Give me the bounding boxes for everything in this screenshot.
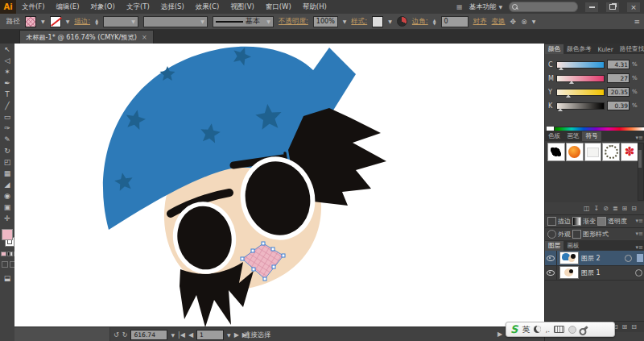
fill-dropdown-icon[interactable]: ▼	[41, 19, 45, 24]
tab-pathfinder[interactable]: 路径查找器	[617, 44, 644, 54]
graphic-styles-panel-tab[interactable]: 图形样式	[583, 230, 609, 239]
scale-tool[interactable]: ◰	[0, 156, 14, 168]
layer1-target-icon[interactable]	[635, 269, 642, 277]
canvas[interactable]	[14, 44, 544, 326]
mesh-tool[interactable]: ▦	[0, 168, 14, 179]
history-forward-icon[interactable]: ↻	[122, 331, 128, 339]
isolate-selection-icon[interactable]: ✥	[510, 18, 517, 26]
stroke-weight-stepper[interactable]: ▲▼	[95, 19, 98, 25]
transparency-panel-tab[interactable]: 透明度	[608, 217, 627, 226]
symbol-libraries-icon[interactable]: ◫	[584, 205, 590, 212]
black-slider[interactable]	[556, 102, 605, 110]
align-link[interactable]: 对齐	[473, 17, 487, 27]
workspace-switcher[interactable]: 基本功能 ▼	[469, 2, 502, 12]
layer1-visibility-toggle[interactable]	[545, 265, 557, 280]
scroll-right-icon[interactable]: ▶	[497, 331, 502, 338]
black-value[interactable]: 0.39	[607, 101, 630, 110]
pencil-tool[interactable]: ✎	[0, 134, 14, 145]
recolor-artwork-icon[interactable]	[397, 16, 407, 27]
selection-tool[interactable]: ↖	[0, 44, 14, 55]
line-segment-tool[interactable]: ╱	[0, 100, 14, 111]
new-symbol-icon[interactable]: ⊞	[622, 205, 628, 212]
artboard-number-value[interactable]: 1	[196, 330, 224, 340]
eyedropper-tool[interactable]: ◢	[0, 179, 14, 190]
close-button[interactable]: ×	[626, 2, 641, 13]
new-layer-icon[interactable]: ⊞	[622, 323, 628, 331]
app-logo[interactable]: Ai	[0, 0, 16, 14]
stroke-dropdown-icon[interactable]: ▼	[66, 19, 70, 24]
layer-row-1[interactable]: 图层 1	[545, 265, 644, 281]
menu-file[interactable]: 文件(F)	[16, 0, 51, 14]
menu-effect[interactable]: 效果(C)	[190, 0, 225, 14]
arrange-documents-icon[interactable]: ▦	[456, 3, 463, 10]
layers-panel-menu-icon[interactable]: ▾≡	[636, 244, 644, 251]
place-symbol-icon[interactable]: ↧	[593, 205, 599, 212]
ime-settings-icon[interactable]	[580, 326, 588, 333]
type-tool[interactable]: T	[0, 89, 14, 100]
sogou-logo[interactable]: S	[510, 324, 518, 335]
history-back-icon[interactable]: ↺	[114, 331, 119, 339]
pen-tool[interactable]: ✒	[0, 77, 14, 89]
cyan-slider[interactable]	[556, 61, 605, 69]
tab-color[interactable]: 颜色	[545, 44, 564, 54]
corner-label[interactable]: 边角:	[412, 17, 428, 27]
transform-link[interactable]: 变换	[492, 17, 506, 27]
direct-selection-tool[interactable]: ◁	[0, 55, 14, 66]
symbol-light-sketch[interactable]	[584, 143, 602, 161]
tab-layers[interactable]: 图层	[545, 241, 564, 251]
menu-view[interactable]: 视图(V)	[225, 0, 259, 14]
delete-symbol-icon[interactable]: ⊟	[631, 205, 637, 212]
artboard-tool[interactable]: ▣	[0, 202, 14, 213]
layer2-name[interactable]: 图层 2	[581, 254, 601, 263]
menu-select[interactable]: 选择(S)	[155, 0, 190, 14]
minimize-button[interactable]	[584, 2, 599, 13]
brush-definition-select[interactable]: 基本▼	[213, 16, 274, 27]
stroke-panel-link[interactable]: 描边:	[74, 17, 90, 27]
menu-object[interactable]: 对象(O)	[85, 0, 121, 14]
layer1-thumbnail[interactable]	[559, 266, 579, 279]
gradient-mode-button[interactable]	[7, 252, 13, 256]
style-swatch[interactable]	[372, 16, 383, 27]
color-mode-button[interactable]	[1, 252, 6, 256]
menu-type[interactable]: 文字(T)	[121, 0, 155, 14]
layer2-visibility-toggle[interactable]	[545, 251, 557, 265]
rotate-tool[interactable]: ↻	[0, 145, 14, 156]
symbol-twig-wreath[interactable]	[602, 143, 620, 161]
magic-wand-tool[interactable]: ✶	[0, 66, 14, 77]
magenta-slider[interactable]	[556, 75, 605, 82]
layer-row-2[interactable]: 图层 2	[545, 251, 644, 266]
menu-edit[interactable]: 编辑(E)	[51, 0, 85, 14]
punctuation-toggle-icon[interactable]: ,.	[545, 326, 550, 334]
opacity-dropdown-icon[interactable]: ▼	[343, 19, 347, 24]
group1-menu-icon[interactable]: ▾≡	[636, 218, 644, 224]
search-input[interactable]	[509, 2, 578, 12]
stroke-color-swatch[interactable]	[50, 16, 61, 27]
zoom-dropdown-icon[interactable]: ▼	[171, 332, 175, 338]
cyan-value[interactable]: 4.31	[607, 60, 630, 69]
style-dropdown-icon[interactable]: ▼	[388, 19, 392, 24]
artboard-dropdown-icon[interactable]: ▼	[227, 332, 231, 338]
delete-layer-icon[interactable]: ⊟	[631, 323, 637, 331]
appearance-panel-tab[interactable]: 外观	[558, 230, 571, 239]
artboard[interactable]	[14, 44, 544, 326]
zoom-level-value[interactable]: 616.74	[130, 330, 167, 340]
moon-mode-icon[interactable]	[534, 326, 541, 333]
toolbar-fill-swatch[interactable]	[2, 229, 13, 240]
variable-width-profile-select[interactable]: ▼	[143, 16, 208, 27]
paintbrush-tool[interactable]: ✑	[0, 123, 14, 134]
group2-menu-icon[interactable]: ▾≡	[636, 231, 644, 237]
symbol-options-icon[interactable]: ≣	[613, 205, 618, 212]
rectangle-tool[interactable]: ▭	[0, 111, 14, 123]
layer2-target-icon[interactable]	[625, 255, 632, 262]
corner-value[interactable]: 0	[441, 16, 469, 27]
tab-brushes[interactable]: 画笔	[564, 131, 582, 141]
gradient-panel-tab[interactable]: 渐变	[583, 217, 596, 226]
symbol-orange-orb[interactable]	[566, 143, 584, 161]
symbol-ink-splatter[interactable]	[547, 143, 565, 161]
yellow-slider[interactable]	[556, 89, 605, 96]
prev-artboard-icon[interactable]: ◀	[188, 331, 193, 339]
opacity-panel-link[interactable]: 不透明度:	[279, 17, 308, 27]
break-link-icon[interactable]: ⊘	[603, 205, 609, 212]
stroke-panel-tab[interactable]: 描边	[558, 217, 571, 226]
draw-normal-button[interactable]	[2, 261, 8, 268]
